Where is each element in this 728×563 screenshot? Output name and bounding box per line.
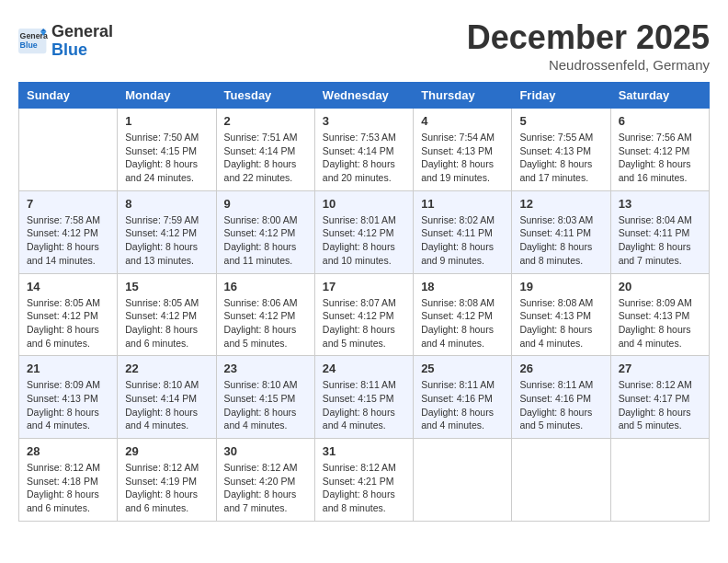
logo-icon: General Blue [18,29,48,54]
day-number: 6 [619,114,701,128]
day-number: 22 [125,362,208,375]
calendar-cell [610,439,709,522]
calendar-cell: 17Sunrise: 8:07 AMSunset: 4:12 PMDayligh… [314,273,413,356]
calendar-week-row: 28Sunrise: 8:12 AMSunset: 4:18 PMDayligh… [19,439,710,522]
month-title: December 2025 [467,18,710,57]
day-number: 5 [519,114,602,128]
day-number: 3 [323,114,405,128]
header: General Blue GeneralBlue December 2025 N… [18,18,710,73]
day-number: 24 [323,362,405,375]
calendar-cell: 19Sunrise: 8:08 AMSunset: 4:13 PMDayligh… [512,273,610,356]
day-number: 16 [224,280,307,293]
calendar-cell: 15Sunrise: 8:05 AMSunset: 4:12 PMDayligh… [118,273,216,356]
svg-text:Blue: Blue [20,40,38,50]
day-number: 17 [323,280,405,293]
cell-details: Sunrise: 8:12 AMSunset: 4:19 PMDaylight:… [125,461,208,515]
cell-details: Sunrise: 8:12 AMSunset: 4:20 PMDaylight:… [224,461,307,515]
calendar-week-row: 1Sunrise: 7:50 AMSunset: 4:15 PMDaylight… [19,109,710,191]
cell-details: Sunrise: 7:58 AMSunset: 4:12 PMDaylight:… [27,213,109,268]
calendar-cell: 31Sunrise: 8:12 AMSunset: 4:21 PMDayligh… [314,439,413,522]
title-block: December 2025 Neudrossenfeld, Germany [467,18,710,73]
weekday-header-sunday: Sunday [19,83,118,109]
calendar-cell: 16Sunrise: 8:06 AMSunset: 4:12 PMDayligh… [216,273,314,356]
cell-details: Sunrise: 7:56 AMSunset: 4:12 PMDaylight:… [619,131,701,185]
calendar-cell [19,109,118,191]
day-number: 25 [421,362,504,375]
day-number: 2 [224,114,307,128]
day-number: 28 [27,444,109,458]
cell-details: Sunrise: 8:09 AMSunset: 4:13 PMDaylight:… [27,378,109,432]
calendar-cell: 1Sunrise: 7:50 AMSunset: 4:15 PMDaylight… [118,109,216,191]
weekday-header-monday: Monday [118,83,216,109]
cell-details: Sunrise: 8:03 AMSunset: 4:11 PMDaylight:… [519,213,602,268]
cell-details: Sunrise: 7:50 AMSunset: 4:15 PMDaylight:… [125,131,208,185]
day-number: 26 [519,362,602,375]
calendar-cell [512,439,610,522]
calendar-cell: 18Sunrise: 8:08 AMSunset: 4:12 PMDayligh… [414,273,512,356]
day-number: 7 [27,197,109,211]
cell-details: Sunrise: 7:55 AMSunset: 4:13 PMDaylight:… [519,131,602,185]
day-number: 31 [323,444,405,458]
calendar-cell: 13Sunrise: 8:04 AMSunset: 4:11 PMDayligh… [610,190,709,273]
calendar-cell: 28Sunrise: 8:12 AMSunset: 4:18 PMDayligh… [19,439,118,522]
calendar-cell: 2Sunrise: 7:51 AMSunset: 4:14 PMDaylight… [216,109,314,191]
cell-details: Sunrise: 8:11 AMSunset: 4:15 PMDaylight:… [323,378,405,432]
cell-details: Sunrise: 8:12 AMSunset: 4:18 PMDaylight:… [27,461,109,515]
cell-details: Sunrise: 8:07 AMSunset: 4:12 PMDaylight:… [323,296,405,350]
day-number: 13 [619,197,701,211]
calendar-week-row: 7Sunrise: 7:58 AMSunset: 4:12 PMDaylight… [19,190,710,273]
day-number: 27 [619,362,701,375]
calendar-cell: 25Sunrise: 8:11 AMSunset: 4:16 PMDayligh… [414,356,512,439]
day-number: 1 [125,114,208,128]
calendar-cell: 23Sunrise: 8:10 AMSunset: 4:15 PMDayligh… [216,356,314,439]
day-number: 15 [125,280,208,293]
cell-details: Sunrise: 8:05 AMSunset: 4:12 PMDaylight:… [125,296,208,350]
cell-details: Sunrise: 8:11 AMSunset: 4:16 PMDaylight:… [519,378,602,432]
cell-details: Sunrise: 8:12 AMSunset: 4:21 PMDaylight:… [323,461,405,515]
calendar-cell: 21Sunrise: 8:09 AMSunset: 4:13 PMDayligh… [19,356,118,439]
calendar-cell: 11Sunrise: 8:02 AMSunset: 4:11 PMDayligh… [414,190,512,273]
weekday-header-friday: Friday [512,83,610,109]
cell-details: Sunrise: 8:09 AMSunset: 4:13 PMDaylight:… [619,296,701,350]
day-number: 8 [125,197,208,211]
calendar-cell: 9Sunrise: 8:00 AMSunset: 4:12 PMDaylight… [216,190,314,273]
cell-details: Sunrise: 8:08 AMSunset: 4:12 PMDaylight:… [421,296,504,350]
cell-details: Sunrise: 8:12 AMSunset: 4:17 PMDaylight:… [619,378,701,432]
day-number: 30 [224,444,307,458]
calendar-cell: 29Sunrise: 8:12 AMSunset: 4:19 PMDayligh… [118,439,216,522]
cell-details: Sunrise: 7:59 AMSunset: 4:12 PMDaylight:… [125,213,208,268]
calendar-cell: 4Sunrise: 7:54 AMSunset: 4:13 PMDaylight… [414,109,512,191]
calendar-week-row: 21Sunrise: 8:09 AMSunset: 4:13 PMDayligh… [19,356,710,439]
cell-details: Sunrise: 8:11 AMSunset: 4:16 PMDaylight:… [421,378,504,432]
weekday-header-thursday: Thursday [414,83,512,109]
day-number: 12 [519,197,602,211]
calendar-table: SundayMondayTuesdayWednesdayThursdayFrid… [18,82,710,522]
calendar-cell: 26Sunrise: 8:11 AMSunset: 4:16 PMDayligh… [512,356,610,439]
weekday-header-wednesday: Wednesday [314,83,413,109]
calendar-cell: 14Sunrise: 8:05 AMSunset: 4:12 PMDayligh… [19,273,118,356]
calendar-cell: 20Sunrise: 8:09 AMSunset: 4:13 PMDayligh… [610,273,709,356]
cell-details: Sunrise: 8:01 AMSunset: 4:12 PMDaylight:… [323,213,405,268]
cell-details: Sunrise: 8:06 AMSunset: 4:12 PMDaylight:… [224,296,307,350]
day-number: 11 [421,197,504,211]
cell-details: Sunrise: 7:54 AMSunset: 4:13 PMDaylight:… [421,131,504,185]
day-number: 19 [519,280,602,293]
calendar-cell: 24Sunrise: 8:11 AMSunset: 4:15 PMDayligh… [314,356,413,439]
day-number: 14 [27,280,109,293]
cell-details: Sunrise: 8:08 AMSunset: 4:13 PMDaylight:… [519,296,602,350]
cell-details: Sunrise: 8:10 AMSunset: 4:15 PMDaylight:… [224,378,307,432]
calendar-week-row: 14Sunrise: 8:05 AMSunset: 4:12 PMDayligh… [19,273,710,356]
calendar-header-row: SundayMondayTuesdayWednesdayThursdayFrid… [19,83,710,109]
day-number: 18 [421,280,504,293]
day-number: 21 [27,362,109,375]
location-subtitle: Neudrossenfeld, Germany [467,57,710,73]
calendar-cell: 8Sunrise: 7:59 AMSunset: 4:12 PMDaylight… [118,190,216,273]
calendar-cell: 12Sunrise: 8:03 AMSunset: 4:11 PMDayligh… [512,190,610,273]
cell-details: Sunrise: 7:51 AMSunset: 4:14 PMDaylight:… [224,131,307,185]
cell-details: Sunrise: 8:02 AMSunset: 4:11 PMDaylight:… [421,213,504,268]
day-number: 10 [323,197,405,211]
calendar-cell: 3Sunrise: 7:53 AMSunset: 4:14 PMDaylight… [314,109,413,191]
calendar-cell: 7Sunrise: 7:58 AMSunset: 4:12 PMDaylight… [19,190,118,273]
day-number: 29 [125,444,208,458]
day-number: 20 [619,280,701,293]
